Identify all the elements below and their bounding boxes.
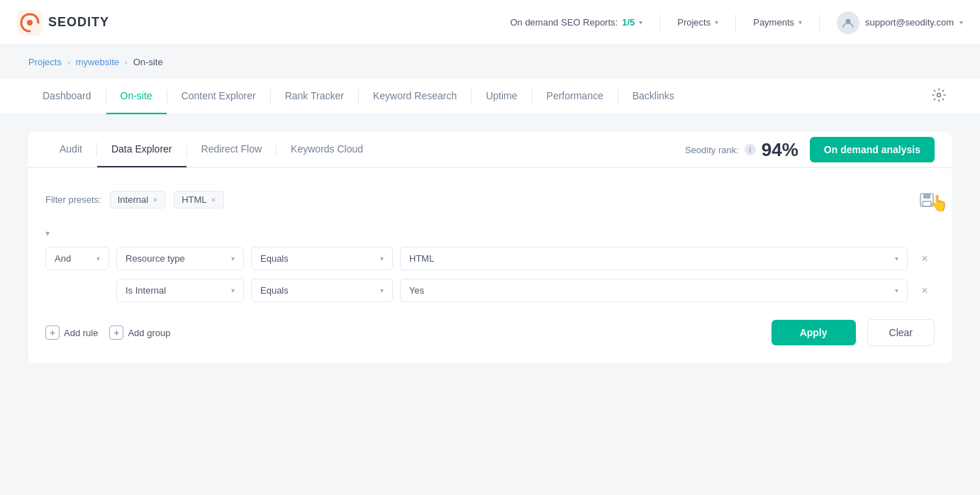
preset-tag-html: HTML ×: [174, 191, 223, 208]
nav-separator-2: [735, 14, 736, 31]
settings-button[interactable]: [926, 82, 952, 111]
payments-label: Payments: [753, 17, 794, 28]
operator-select-2[interactable]: Equals ▾: [251, 279, 393, 302]
projects-label: Projects: [677, 17, 711, 28]
operator-arrow-1: ▾: [380, 255, 384, 262]
tab-rank-tracker[interactable]: Rank Tracker: [271, 79, 358, 114]
header-nav: On demand SEO Reports: 1/5 ▾ Projects ▾ …: [510, 11, 963, 34]
tab-uptime[interactable]: Uptime: [472, 79, 531, 114]
user-menu[interactable]: support@seodity.com ▾: [837, 11, 963, 34]
seo-reports-label: On demand SEO Reports:: [510, 17, 618, 28]
connector-value-1: And: [55, 253, 71, 264]
remove-row-2-button[interactable]: ×: [915, 281, 935, 301]
seo-reports-nav[interactable]: On demand SEO Reports: 1/5 ▾: [510, 17, 642, 28]
value-text-2: Yes: [409, 285, 424, 296]
tab-performance[interactable]: Performance: [533, 79, 618, 114]
sub-tabs-right: Seodity rank: i 94% On demand analysis: [685, 137, 935, 162]
main-tabs: Dashboard On-site Content Explorer Rank …: [0, 79, 980, 115]
seo-reports-count: 1/5: [622, 17, 635, 28]
nav-separator-3: [819, 14, 820, 31]
breadcrumb-current: On-site: [133, 57, 163, 67]
add-rule-label: Add rule: [64, 328, 98, 338]
tab-content-explorer[interactable]: Content Explorer: [167, 79, 270, 114]
operator-value-1: Equals: [260, 253, 289, 264]
on-demand-analysis-button[interactable]: On demand analysis: [810, 137, 935, 162]
field-arrow-2: ▾: [231, 287, 235, 294]
user-chevron-icon: ▾: [959, 18, 963, 26]
preset-tag-html-label: HTML: [182, 194, 206, 205]
content-area: Audit Data Explorer Redirect Flow Keywor…: [0, 115, 980, 380]
save-preset-button[interactable]: 👆: [919, 192, 935, 208]
filter-bottom: + Add rule + Add group Apply Clear: [45, 319, 935, 346]
svg-point-1: [27, 20, 33, 26]
filter-card: Filter presets: Internal × HTML × 👆: [28, 168, 952, 363]
preset-tag-html-close-icon[interactable]: ×: [211, 195, 216, 205]
operator-arrow-2: ▾: [380, 287, 384, 294]
add-group-button[interactable]: + Add group: [109, 326, 170, 340]
add-group-label: Add group: [128, 328, 170, 338]
settings-icon: [932, 88, 946, 102]
preset-tag-internal-label: Internal: [118, 194, 148, 205]
tab-on-site[interactable]: On-site: [106, 79, 167, 114]
add-rule-plus-icon: +: [45, 326, 60, 340]
logo-icon: [17, 10, 43, 35]
sub-tab-audit[interactable]: Audit: [45, 132, 96, 167]
tab-dashboard[interactable]: Dashboard: [28, 79, 106, 114]
field-value-1: Resource type: [126, 253, 185, 264]
sub-tabs: Audit Data Explorer Redirect Flow Keywor…: [28, 132, 952, 168]
seodity-rank-label: Seodity rank:: [685, 145, 739, 155]
value-arrow-2: ▾: [895, 287, 898, 294]
seodity-rank: Seodity rank: i 94%: [685, 139, 798, 161]
operator-select-1[interactable]: Equals ▾: [251, 247, 393, 270]
value-select-2[interactable]: Yes ▾: [400, 279, 908, 302]
sub-tab-redirect-flow[interactable]: Redirect Flow: [187, 132, 277, 167]
filter-presets-label: Filter presets:: [45, 194, 101, 205]
seodity-rank-value: 94%: [762, 139, 798, 161]
field-arrow-1: ▾: [231, 255, 235, 262]
breadcrumb: Projects › mywebsite › On-site: [0, 45, 980, 79]
payments-chevron-icon: ▾: [798, 18, 802, 26]
svg-point-3: [937, 93, 941, 96]
remove-row-1-button[interactable]: ×: [915, 249, 935, 269]
clear-button[interactable]: Clear: [867, 319, 935, 346]
connector-arrow-1: ▾: [96, 255, 100, 262]
sub-tab-data-explorer[interactable]: Data Explorer: [97, 132, 186, 167]
user-email: support@seodity.com: [865, 17, 954, 28]
value-arrow-1: ▾: [895, 255, 898, 262]
seo-reports-chevron-icon: ▾: [639, 18, 642, 26]
nav-separator-1: [659, 14, 660, 31]
connector-select-1[interactable]: And ▾: [45, 247, 109, 270]
value-text-1: HTML: [409, 253, 434, 264]
breadcrumb-projects[interactable]: Projects: [28, 57, 62, 67]
breadcrumb-sep-1: ›: [67, 58, 70, 67]
preset-tag-internal: Internal ×: [110, 191, 165, 208]
filter-row-2: ▾ Is Internal ▾ Equals ▾ Yes ▾ ×: [45, 279, 935, 302]
logo-area: SEODITY: [17, 10, 109, 35]
collapse-arrow-icon[interactable]: ▾: [45, 228, 50, 238]
sub-tab-keywords-cloud[interactable]: Keywords Cloud: [277, 132, 377, 167]
operator-value-2: Equals: [260, 285, 289, 296]
tab-backlinks[interactable]: Backlinks: [618, 79, 689, 114]
header: SEODITY On demand SEO Reports: 1/5 ▾ Pro…: [0, 0, 980, 45]
breadcrumb-sep-2: ›: [125, 58, 128, 67]
filter-presets-row: Filter presets: Internal × HTML × 👆: [45, 191, 935, 208]
breadcrumb-mywebsite[interactable]: mywebsite: [76, 57, 119, 67]
field-select-1[interactable]: Resource type ▾: [116, 247, 244, 270]
add-group-plus-icon: +: [109, 326, 123, 340]
field-select-2[interactable]: Is Internal ▾: [116, 279, 244, 302]
cursor-hand-icon: 👆: [929, 194, 948, 213]
info-icon[interactable]: i: [745, 144, 756, 155]
payments-nav[interactable]: Payments ▾: [753, 17, 802, 28]
preset-tag-internal-close-icon[interactable]: ×: [152, 195, 157, 205]
projects-nav[interactable]: Projects ▾: [677, 17, 718, 28]
apply-button[interactable]: Apply: [772, 320, 856, 345]
tab-keyword-research[interactable]: Keyword Research: [359, 79, 471, 114]
add-rule-button[interactable]: + Add rule: [45, 326, 98, 340]
filter-rows: And ▾ Resource type ▾ Equals ▾ HTML ▾ ×: [45, 247, 935, 302]
field-value-2: Is Internal: [126, 285, 166, 296]
logo-text: SEODITY: [48, 15, 109, 30]
avatar: [837, 11, 859, 34]
projects-chevron-icon: ▾: [715, 18, 718, 26]
value-select-1[interactable]: HTML ▾: [400, 247, 908, 270]
filter-row-1: And ▾ Resource type ▾ Equals ▾ HTML ▾ ×: [45, 247, 935, 270]
